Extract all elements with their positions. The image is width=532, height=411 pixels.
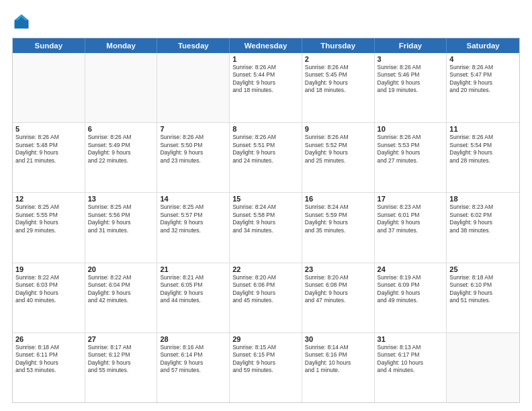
- calendar-cell: 11Sunrise: 8:26 AM Sunset: 5:54 PM Dayli…: [447, 123, 519, 192]
- day-number: 30: [305, 335, 371, 343]
- calendar-cell: 31Sunrise: 8:13 AM Sunset: 6:17 PM Dayli…: [375, 333, 447, 402]
- day-info: Sunrise: 8:25 AM Sunset: 5:57 PM Dayligh…: [160, 203, 226, 234]
- calendar-cell: [85, 53, 158, 122]
- calendar-cell: 21Sunrise: 8:21 AM Sunset: 6:05 PM Dayli…: [157, 263, 230, 332]
- calendar-cell: 14Sunrise: 8:25 AM Sunset: 5:57 PM Dayli…: [157, 193, 230, 262]
- calendar-cell: 20Sunrise: 8:22 AM Sunset: 6:04 PM Dayli…: [85, 263, 158, 332]
- day-info: Sunrise: 8:26 AM Sunset: 5:53 PM Dayligh…: [378, 134, 444, 165]
- day-number: 31: [378, 335, 444, 343]
- day-number: 24: [378, 265, 444, 273]
- calendar-cell: 6Sunrise: 8:26 AM Sunset: 5:49 PM Daylig…: [85, 123, 158, 192]
- day-info: Sunrise: 8:26 AM Sunset: 5:48 PM Dayligh…: [15, 134, 82, 165]
- calendar-cell: 15Sunrise: 8:24 AM Sunset: 5:58 PM Dayli…: [230, 193, 302, 262]
- day-info: Sunrise: 8:17 AM Sunset: 6:12 PM Dayligh…: [88, 344, 154, 375]
- day-number: 18: [449, 195, 517, 203]
- day-number: 15: [232, 195, 299, 203]
- calendar-cell: 22Sunrise: 8:20 AM Sunset: 6:06 PM Dayli…: [230, 263, 302, 332]
- day-number: 27: [88, 335, 154, 343]
- day-number: 20: [88, 265, 154, 273]
- day-number: 2: [305, 55, 371, 63]
- day-number: 1: [232, 55, 299, 63]
- day-number: 3: [378, 55, 444, 63]
- calendar-cell: 12Sunrise: 8:25 AM Sunset: 5:55 PM Dayli…: [13, 193, 85, 262]
- calendar-header-row: SundayMondayTuesdayWednesdayThursdayFrid…: [13, 38, 519, 53]
- day-info: Sunrise: 8:24 AM Sunset: 5:58 PM Dayligh…: [232, 203, 299, 234]
- calendar-cell: 2Sunrise: 8:26 AM Sunset: 5:45 PM Daylig…: [302, 53, 375, 122]
- day-info: Sunrise: 8:25 AM Sunset: 5:56 PM Dayligh…: [88, 203, 154, 234]
- calendar-cell: 30Sunrise: 8:14 AM Sunset: 6:16 PM Dayli…: [302, 333, 375, 402]
- calendar-week-3: 12Sunrise: 8:25 AM Sunset: 5:55 PM Dayli…: [13, 193, 519, 263]
- calendar-week-5: 26Sunrise: 8:18 AM Sunset: 6:11 PM Dayli…: [13, 333, 519, 402]
- day-number: 26: [15, 335, 82, 343]
- calendar-cell: 24Sunrise: 8:19 AM Sunset: 6:09 PM Dayli…: [375, 263, 447, 332]
- calendar-cell: 28Sunrise: 8:16 AM Sunset: 6:14 PM Dayli…: [157, 333, 230, 402]
- page: SundayMondayTuesdayWednesdayThursdayFrid…: [0, 0, 532, 411]
- calendar-week-4: 19Sunrise: 8:22 AM Sunset: 6:03 PM Dayli…: [13, 263, 519, 333]
- calendar-cell: [447, 333, 519, 402]
- day-info: Sunrise: 8:23 AM Sunset: 6:02 PM Dayligh…: [449, 203, 517, 234]
- calendar-cell: 7Sunrise: 8:26 AM Sunset: 5:50 PM Daylig…: [157, 123, 230, 192]
- calendar-cell: 4Sunrise: 8:26 AM Sunset: 5:47 PM Daylig…: [447, 53, 519, 122]
- day-info: Sunrise: 8:25 AM Sunset: 5:55 PM Dayligh…: [15, 203, 82, 234]
- day-number: 8: [232, 125, 299, 133]
- day-number: 12: [15, 195, 82, 203]
- calendar-cell: 17Sunrise: 8:23 AM Sunset: 6:01 PM Dayli…: [375, 193, 447, 262]
- day-info: Sunrise: 8:19 AM Sunset: 6:09 PM Dayligh…: [378, 274, 444, 305]
- day-number: 6: [88, 125, 154, 133]
- calendar-cell: 19Sunrise: 8:22 AM Sunset: 6:03 PM Dayli…: [13, 263, 85, 332]
- header: [12, 12, 520, 31]
- day-info: Sunrise: 8:26 AM Sunset: 5:54 PM Dayligh…: [449, 134, 517, 165]
- calendar-cell: 5Sunrise: 8:26 AM Sunset: 5:48 PM Daylig…: [13, 123, 85, 192]
- day-number: 17: [378, 195, 444, 203]
- calendar-cell: 29Sunrise: 8:15 AM Sunset: 6:15 PM Dayli…: [230, 333, 302, 402]
- calendar-cell: 27Sunrise: 8:17 AM Sunset: 6:12 PM Dayli…: [85, 333, 158, 402]
- calendar-cell: [13, 53, 85, 122]
- day-number: 28: [160, 335, 226, 343]
- day-info: Sunrise: 8:21 AM Sunset: 6:05 PM Dayligh…: [160, 274, 226, 305]
- logo: [12, 12, 34, 31]
- calendar: SundayMondayTuesdayWednesdayThursdayFrid…: [12, 38, 520, 403]
- day-number: 25: [449, 265, 517, 273]
- day-info: Sunrise: 8:26 AM Sunset: 5:45 PM Dayligh…: [305, 64, 371, 95]
- calendar-cell: 3Sunrise: 8:26 AM Sunset: 5:46 PM Daylig…: [375, 53, 447, 122]
- day-info: Sunrise: 8:18 AM Sunset: 6:10 PM Dayligh…: [449, 274, 517, 305]
- day-info: Sunrise: 8:20 AM Sunset: 6:08 PM Dayligh…: [305, 274, 371, 305]
- day-number: 10: [378, 125, 444, 133]
- calendar-week-1: 1Sunrise: 8:26 AM Sunset: 5:44 PM Daylig…: [13, 53, 519, 123]
- day-number: 16: [305, 195, 371, 203]
- day-number: 14: [160, 195, 226, 203]
- header-day-tuesday: Tuesday: [157, 38, 230, 53]
- header-day-sunday: Sunday: [13, 38, 85, 53]
- header-day-monday: Monday: [85, 38, 158, 53]
- day-number: 4: [449, 55, 517, 63]
- day-number: 23: [305, 265, 371, 273]
- calendar-cell: 8Sunrise: 8:26 AM Sunset: 5:51 PM Daylig…: [230, 123, 302, 192]
- calendar-cell: 18Sunrise: 8:23 AM Sunset: 6:02 PM Dayli…: [447, 193, 519, 262]
- day-info: Sunrise: 8:26 AM Sunset: 5:49 PM Dayligh…: [88, 134, 154, 165]
- calendar-week-2: 5Sunrise: 8:26 AM Sunset: 5:48 PM Daylig…: [13, 123, 519, 193]
- header-day-saturday: Saturday: [447, 38, 519, 53]
- day-info: Sunrise: 8:20 AM Sunset: 6:06 PM Dayligh…: [232, 274, 299, 305]
- day-number: 19: [15, 265, 82, 273]
- day-info: Sunrise: 8:22 AM Sunset: 6:03 PM Dayligh…: [15, 274, 82, 305]
- logo-icon: [12, 12, 31, 31]
- day-number: 9: [305, 125, 371, 133]
- day-number: 7: [160, 125, 226, 133]
- calendar-cell: [157, 53, 230, 122]
- day-info: Sunrise: 8:26 AM Sunset: 5:47 PM Dayligh…: [449, 64, 517, 95]
- day-number: 22: [232, 265, 299, 273]
- calendar-cell: 16Sunrise: 8:24 AM Sunset: 5:59 PM Dayli…: [302, 193, 375, 262]
- day-info: Sunrise: 8:22 AM Sunset: 6:04 PM Dayligh…: [88, 274, 154, 305]
- day-info: Sunrise: 8:14 AM Sunset: 6:16 PM Dayligh…: [305, 344, 371, 375]
- day-info: Sunrise: 8:26 AM Sunset: 5:46 PM Dayligh…: [378, 64, 444, 95]
- calendar-body: 1Sunrise: 8:26 AM Sunset: 5:44 PM Daylig…: [13, 53, 519, 402]
- day-number: 29: [232, 335, 299, 343]
- calendar-cell: 25Sunrise: 8:18 AM Sunset: 6:10 PM Dayli…: [447, 263, 519, 332]
- calendar-cell: 1Sunrise: 8:26 AM Sunset: 5:44 PM Daylig…: [230, 53, 302, 122]
- day-info: Sunrise: 8:15 AM Sunset: 6:15 PM Dayligh…: [232, 344, 299, 375]
- day-info: Sunrise: 8:26 AM Sunset: 5:52 PM Dayligh…: [305, 134, 371, 165]
- day-info: Sunrise: 8:26 AM Sunset: 5:44 PM Dayligh…: [232, 64, 299, 95]
- day-info: Sunrise: 8:24 AM Sunset: 5:59 PM Dayligh…: [305, 203, 371, 234]
- day-info: Sunrise: 8:13 AM Sunset: 6:17 PM Dayligh…: [378, 344, 444, 375]
- calendar-cell: 13Sunrise: 8:25 AM Sunset: 5:56 PM Dayli…: [85, 193, 158, 262]
